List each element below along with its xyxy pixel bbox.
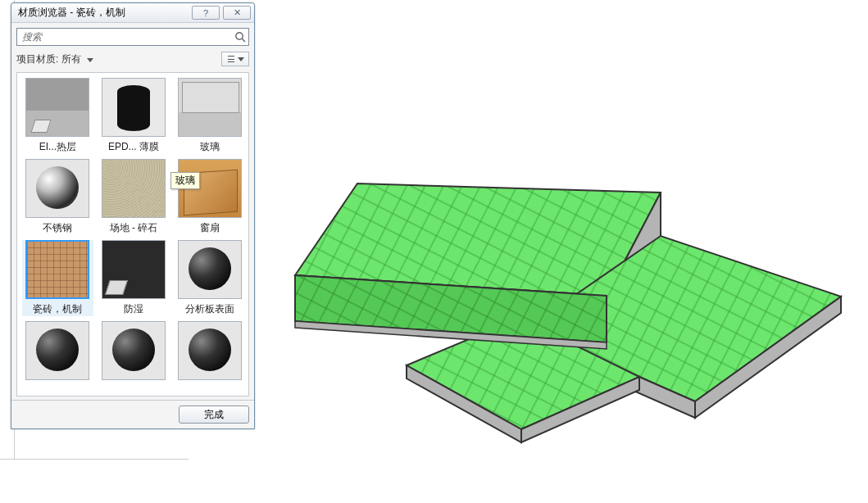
search-box[interactable] xyxy=(16,28,249,46)
material-label: 窗扇 xyxy=(178,221,242,235)
filter-label: 项目材质: 所有 xyxy=(16,53,81,65)
material-cell[interactable]: 分析板表面 xyxy=(174,240,245,316)
material-thumbnail xyxy=(178,321,242,380)
3d-viewport[interactable] xyxy=(262,0,868,503)
chevron-down-icon xyxy=(87,58,93,62)
material-cell[interactable] xyxy=(98,321,170,383)
panel-body: 项目材质: 所有 ☰ EI...热层EPD... 薄膜玻璃不锈钢场地 - 碎石窗… xyxy=(11,23,254,400)
help-icon: ? xyxy=(203,8,208,18)
model-svg xyxy=(262,0,868,503)
material-thumbnail xyxy=(25,78,89,137)
material-cell[interactable]: EPD... 薄膜 xyxy=(98,78,170,154)
close-icon: ✕ xyxy=(234,7,241,18)
material-thumbnail xyxy=(102,78,166,137)
filter-dropdown[interactable]: 项目材质: 所有 xyxy=(16,52,93,66)
titlebar[interactable]: 材质浏览器 - 瓷砖，机制 ? ✕ xyxy=(11,3,254,23)
search-icon[interactable] xyxy=(232,29,248,45)
material-cell[interactable]: 窗扇 xyxy=(174,159,245,235)
material-label: 场地 - 碎石 xyxy=(102,221,166,235)
material-cell[interactable]: 瓷砖，机制 xyxy=(22,240,93,316)
help-button[interactable]: ? xyxy=(192,6,220,20)
material-label: 防湿 xyxy=(102,302,166,316)
panel-footer: 完成 xyxy=(11,400,254,428)
material-label: 瓷砖，机制 xyxy=(25,302,89,316)
material-label: 分析板表面 xyxy=(178,302,242,316)
material-cell[interactable]: 防湿 xyxy=(98,240,170,316)
material-thumbnail xyxy=(102,321,166,380)
material-thumbnail xyxy=(102,240,166,299)
material-label: EI...热层 xyxy=(25,140,89,154)
material-cell[interactable]: EI...热层 xyxy=(22,78,93,154)
material-grid[interactable]: EI...热层EPD... 薄膜玻璃不锈钢场地 - 碎石窗扇瓷砖，机制防湿分析板… xyxy=(16,72,249,397)
material-thumbnail xyxy=(25,321,89,380)
horizontal-ruler xyxy=(0,459,189,474)
window-title: 材质浏览器 - 瓷砖，机制 xyxy=(18,6,189,20)
svg-line-14 xyxy=(242,39,245,42)
material-cell[interactable]: 不锈钢 xyxy=(22,159,93,235)
material-browser-panel: 材质浏览器 - 瓷砖，机制 ? ✕ 项目材质: 所有 ☰ EI...热层EPD.… xyxy=(11,2,255,429)
material-thumbnail xyxy=(178,78,242,137)
search-input[interactable] xyxy=(17,29,232,45)
material-cell[interactable] xyxy=(174,321,245,383)
tooltip-text: 玻璃 xyxy=(175,174,195,186)
tooltip: 玻璃 xyxy=(170,172,200,189)
material-label: 不锈钢 xyxy=(25,221,89,235)
material-label: 玻璃 xyxy=(178,140,242,154)
filter-row: 项目材质: 所有 ☰ xyxy=(16,51,249,67)
material-thumbnail xyxy=(102,159,166,218)
material-label: EPD... 薄膜 xyxy=(102,140,166,154)
done-button[interactable]: 完成 xyxy=(179,406,249,424)
material-cell[interactable] xyxy=(22,321,93,383)
close-button[interactable]: ✕ xyxy=(223,6,251,20)
material-thumbnail xyxy=(25,240,89,299)
material-thumbnail xyxy=(25,159,89,218)
list-icon: ☰ xyxy=(227,54,235,65)
view-mode-button[interactable]: ☰ xyxy=(221,52,249,66)
chevron-down-icon xyxy=(238,57,244,61)
material-cell[interactable]: 场地 - 碎石 xyxy=(98,159,170,235)
svg-point-13 xyxy=(236,33,243,39)
done-label: 完成 xyxy=(204,408,224,422)
material-thumbnail xyxy=(178,240,242,299)
material-cell[interactable]: 玻璃 xyxy=(174,78,245,154)
